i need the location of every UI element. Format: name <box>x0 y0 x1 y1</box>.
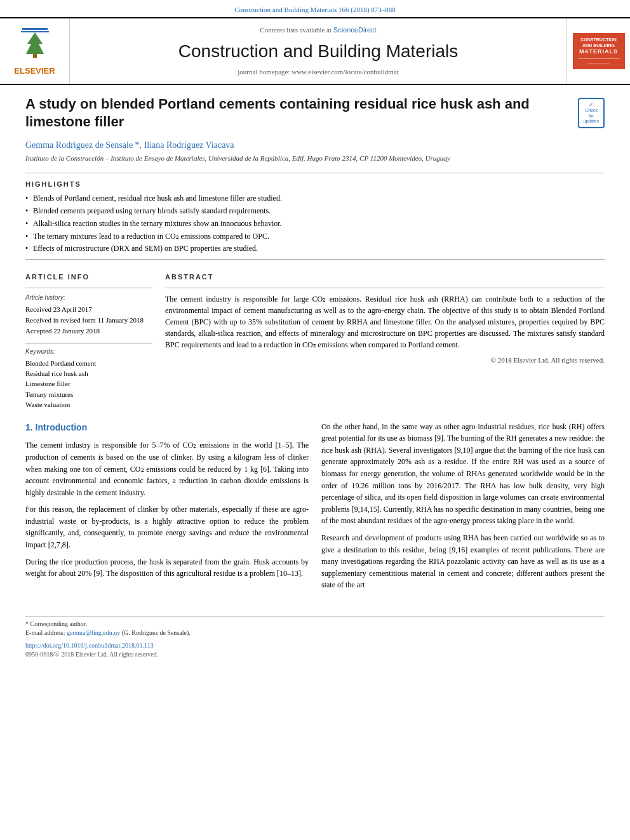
sciencedirect-link[interactable]: ScienceDirect <box>333 26 377 34</box>
page: Construction and Building Materials 166 … <box>0 0 630 840</box>
elsevier-tree-icon <box>16 25 54 63</box>
history-label: Article history: <box>25 293 152 302</box>
keyword5: Waste valuation <box>25 400 152 410</box>
doi-line: https://doi.org/10.1016/j.conbuildmat.20… <box>25 641 605 650</box>
elsevier-logo-box: ELSEVIER <box>0 18 70 83</box>
email-note: E-mail address: gemma@fing.edu.uy (G. Ro… <box>25 629 605 637</box>
article-title-row: A study on blended Portland cements cont… <box>25 95 605 131</box>
footer: * Corresponding author. E-mail address: … <box>0 609 630 665</box>
article-content: A study on blended Portland cements cont… <box>0 85 630 609</box>
homepage-url: journal homepage: www.elsevier.com/locat… <box>238 68 398 76</box>
author2[interactable]: Iliana Rodríguez Viacava <box>144 140 234 150</box>
intro-col-right: On the other hand, in the same way as ot… <box>321 421 605 596</box>
introduction-cols: 1. Introduction The cement industry is r… <box>25 421 605 596</box>
divider-keywords <box>25 343 152 343</box>
highlight-item: Blends of Portland cement, residual rice… <box>25 193 605 204</box>
highlights-heading: HIGHLIGHTS <box>25 180 605 189</box>
elsevier-brand-text: ELSEVIER <box>14 65 55 77</box>
journal-logo-image: Constructionand BuildingMATERIALS ──────… <box>573 33 625 70</box>
intro-col-left: 1. Introduction The cement industry is r… <box>25 421 309 596</box>
abstract-heading: ABSTRACT <box>165 272 605 282</box>
info-abstract-cols: ARTICLE INFO Article history: Received 2… <box>25 266 605 411</box>
author1[interactable]: Gemma Rodríguez de Sensale *, <box>25 140 142 150</box>
accepted-date: Accepted 22 January 2018 <box>25 326 152 336</box>
keyword2: Residual rice husk ash <box>25 369 152 378</box>
intro-para2: For this reason, the replacement of clin… <box>25 503 309 550</box>
intro-para1: The cement industry is responsible for 5… <box>25 439 309 498</box>
abstract-col: ABSTRACT The cement industry is responsi… <box>165 266 605 411</box>
highlight-item: Blended cements prepared using ternary b… <box>25 206 605 217</box>
intro-para-r2: Research and development of products usi… <box>321 532 605 591</box>
footer-divider <box>25 617 605 617</box>
keyword3: Limestone filler <box>25 379 152 389</box>
email-link[interactable]: gemma@fing.edu.uy <box>67 629 120 636</box>
article-title: A study on blended Portland cements cont… <box>25 95 578 131</box>
authors-line: Gemma Rodríguez de Sensale *, Iliana Rod… <box>25 139 605 152</box>
highlight-item: Alkali-silica reaction studies in the te… <box>25 218 605 229</box>
keywords-label: Keywords: <box>25 347 152 356</box>
article-info-heading: ARTICLE INFO <box>25 272 152 282</box>
divider-info <box>25 288 152 288</box>
svg-rect-3 <box>33 54 37 58</box>
abstract-text: The cement industry is responsible for l… <box>165 293 605 350</box>
introduction-section: 1. Introduction The cement industry is r… <box>25 421 605 596</box>
issn-line: 0950-0618/© 2018 Elsevier Ltd. All right… <box>25 650 605 659</box>
highlights-list: Blends of Portland cement, residual rice… <box>25 193 605 254</box>
journal-reference: Construction and Building Materials 166 … <box>0 0 630 17</box>
svg-marker-2 <box>26 32 44 54</box>
svg-rect-0 <box>22 28 48 30</box>
svg-rect-1 <box>21 31 49 32</box>
journal-ref-text: Construction and Building Materials 166 … <box>234 6 396 13</box>
check-for-updates-badge: ✓ Check for updates <box>578 98 605 128</box>
article-info-col: ARTICLE INFO Article history: Received 2… <box>25 266 152 411</box>
divider2 <box>25 259 605 260</box>
keyword4: Ternary mixtures <box>25 390 152 399</box>
intro-para3: During the rice production process, the … <box>25 556 309 580</box>
journal-logo-box: Constructionand BuildingMATERIALS ──────… <box>566 18 630 83</box>
divider-abstract <box>165 288 605 288</box>
copyright-line: © 2018 Elsevier Ltd. All rights reserved… <box>165 356 605 365</box>
revised-date: Received in revised form 11 January 2018 <box>25 316 152 325</box>
corresponding-author-note: * Corresponding author. <box>25 620 605 629</box>
received-date: Received 23 April 2017 <box>25 305 152 314</box>
homepage-line: journal homepage: www.elsevier.com/locat… <box>238 67 398 77</box>
sciencedirect-line: Contents lists available at ScienceDirec… <box>260 25 376 35</box>
keyword1: Blended Portland cement <box>25 359 152 368</box>
doi-link[interactable]: https://doi.org/10.1016/j.conbuildmat.20… <box>25 642 154 649</box>
journal-center-info: Contents lists available at ScienceDirec… <box>70 18 566 83</box>
intro-section-title: 1. Introduction <box>25 421 309 435</box>
highlight-item: Effects of microstructure (DRX and SEM) … <box>25 243 605 254</box>
intro-para-r1: On the other hand, in the same way as ot… <box>321 421 605 527</box>
divider1 <box>25 173 605 173</box>
affiliation: Instituto de la Construcción – Instituto… <box>25 154 605 163</box>
keywords-list: Blended Portland cement Residual rice hu… <box>25 359 152 410</box>
journal-title: Construction and Building Materials <box>178 39 458 63</box>
highlight-item: The ternary mixtures lead to a reduction… <box>25 231 605 242</box>
journal-header: ELSEVIER Contents lists available at Sci… <box>0 17 630 84</box>
